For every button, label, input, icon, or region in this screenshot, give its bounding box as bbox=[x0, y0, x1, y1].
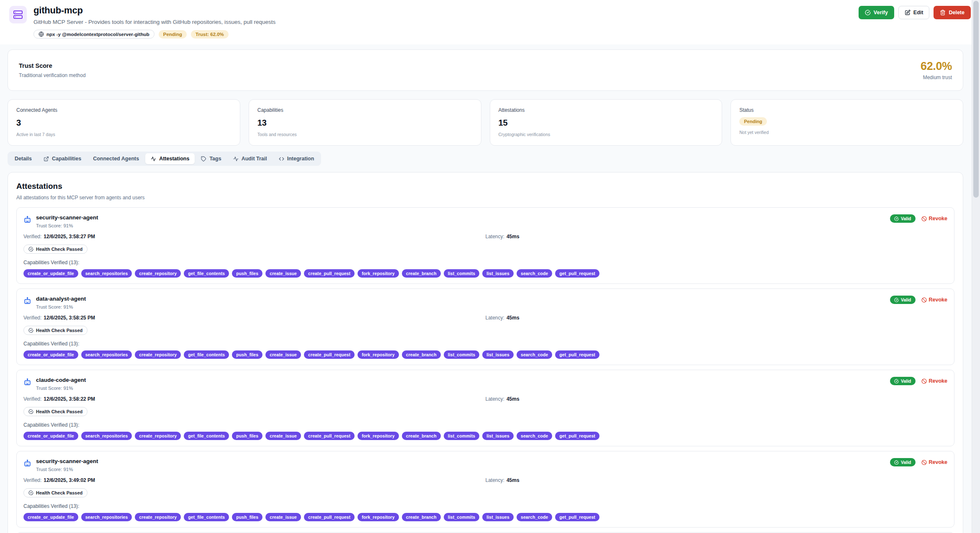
valid-label: Valid bbox=[901, 379, 911, 384]
ban-icon bbox=[921, 379, 927, 384]
capability-pill: create_issue bbox=[265, 269, 301, 278]
stat-value: 15 bbox=[499, 118, 714, 128]
stat-sub: Tools and resources bbox=[257, 132, 473, 137]
capability-pill: create_repository bbox=[135, 350, 181, 359]
delete-button[interactable]: Delete bbox=[934, 6, 971, 19]
edit-label: Edit bbox=[913, 10, 923, 15]
latency-label: Latency: bbox=[486, 396, 504, 402]
page-header: github-mcp GitHub MCP Server - Provides … bbox=[0, 0, 980, 44]
latency-label: Latency: bbox=[486, 234, 504, 239]
capability-pill: create_repository bbox=[135, 269, 181, 278]
verified-timestamp: 12/6/2025, 3:58:27 PM bbox=[44, 234, 95, 239]
tab-label: Audit Trail bbox=[242, 156, 267, 162]
revoke-button[interactable]: Revoke bbox=[921, 297, 947, 303]
capability-pill: search_repositories bbox=[81, 269, 132, 278]
revoke-button[interactable]: Revoke bbox=[921, 378, 947, 384]
health-check-label: Health Check Passed bbox=[36, 409, 82, 414]
agent-name: security-scanner-agent bbox=[36, 214, 98, 221]
capability-pill: create_or_update_file bbox=[23, 513, 78, 521]
health-check-badge: Health Check Passed bbox=[23, 488, 87, 497]
globe-icon bbox=[39, 31, 44, 37]
capability-pills: create_or_update_filesearch_repositories… bbox=[23, 513, 947, 521]
latency-label: Latency: bbox=[486, 477, 504, 483]
trust-badge: Trust: 62.0% bbox=[191, 30, 229, 39]
capability-pill: get_pull_request bbox=[555, 432, 599, 440]
tab-capabilities[interactable]: Capabilities bbox=[38, 153, 87, 164]
agent-name: data-analyst-agent bbox=[36, 296, 86, 302]
capability-pill: push_files bbox=[232, 269, 262, 278]
tab-integration[interactable]: Integration bbox=[273, 153, 320, 164]
capability-pill: search_repositories bbox=[81, 432, 132, 440]
stat-label: Capabilities bbox=[257, 107, 473, 113]
stat-sub: Cryptographic verifications bbox=[499, 132, 714, 137]
latency-value: 45ms bbox=[507, 477, 520, 483]
capability-pill: get_pull_request bbox=[555, 269, 599, 278]
verified-label: Verified: bbox=[23, 396, 41, 402]
capability-pill: create_issue bbox=[265, 513, 301, 521]
capability-pill: get_file_contents bbox=[184, 269, 229, 278]
verified-label: Verified: bbox=[23, 315, 41, 321]
agent-trust-score: Trust Score: 91% bbox=[36, 386, 86, 391]
code-icon bbox=[279, 156, 284, 162]
main-content: Trust Score Traditional verification met… bbox=[0, 44, 980, 533]
capability-pills: create_or_update_filesearch_repositories… bbox=[23, 269, 947, 278]
page-description: GitHub MCP Server - Provides tools for i… bbox=[33, 19, 852, 25]
command-badge: npx -y @modelcontextprotocol/server-gith… bbox=[33, 30, 154, 39]
agent-name: claude-code-agent bbox=[36, 377, 86, 383]
health-check-label: Health Check Passed bbox=[36, 247, 82, 252]
verify-button[interactable]: Verify bbox=[859, 6, 894, 19]
edit-button[interactable]: Edit bbox=[898, 6, 930, 19]
capability-pill: fork_repository bbox=[358, 513, 399, 521]
capability-pill: list_commits bbox=[444, 269, 479, 278]
agent-trust-score: Trust Score: 91% bbox=[36, 304, 86, 309]
tab-label: Details bbox=[15, 156, 32, 162]
capabilities-verified-label: Capabilities Verified (13): bbox=[23, 422, 947, 428]
edit-icon bbox=[905, 10, 911, 15]
activity-icon bbox=[151, 156, 156, 162]
tab-connected-agents[interactable]: Connected Agents bbox=[87, 153, 144, 164]
stat-card-attestations: Attestations 15 Cryptographic verificati… bbox=[490, 99, 723, 146]
capability-pills: create_or_update_filesearch_repositories… bbox=[23, 432, 947, 440]
tab-audit-trail[interactable]: Audit Trail bbox=[228, 153, 273, 164]
tab-tags[interactable]: Tags bbox=[195, 153, 226, 164]
capability-pill: create_branch bbox=[402, 513, 441, 521]
revoke-button[interactable]: Revoke bbox=[921, 216, 947, 221]
check-circle-icon bbox=[28, 247, 33, 252]
tab-label: Connected Agents bbox=[93, 156, 139, 162]
tab-details[interactable]: Details bbox=[9, 153, 37, 164]
ban-icon bbox=[921, 216, 927, 221]
valid-label: Valid bbox=[901, 460, 911, 465]
capability-pill: list_issues bbox=[482, 432, 514, 440]
check-circle-icon bbox=[865, 10, 871, 15]
robot-icon bbox=[23, 297, 31, 305]
scrollbar-thumb[interactable] bbox=[973, 1, 979, 198]
valid-label: Valid bbox=[901, 216, 911, 221]
tab-label: Capabilities bbox=[52, 156, 81, 162]
external-link-icon bbox=[44, 156, 49, 162]
attestation-card: data-analyst-agent Trust Score: 91% Vali… bbox=[16, 288, 954, 365]
revoke-label: Revoke bbox=[929, 459, 947, 465]
delete-label: Delete bbox=[949, 10, 965, 15]
tab-attestations[interactable]: Attestations bbox=[145, 153, 195, 164]
latency-value: 45ms bbox=[507, 234, 520, 239]
capability-pill: create_pull_request bbox=[304, 269, 355, 278]
attestations-subtitle: All attestations for this MCP server fro… bbox=[16, 195, 954, 201]
revoke-button[interactable]: Revoke bbox=[921, 459, 947, 465]
capability-pill: get_pull_request bbox=[555, 513, 599, 521]
latency-value: 45ms bbox=[507, 396, 520, 402]
valid-badge: Valid bbox=[890, 458, 916, 466]
revoke-label: Revoke bbox=[929, 216, 947, 221]
trust-score-subtitle: Traditional verification method bbox=[19, 72, 86, 78]
capability-pill: search_repositories bbox=[81, 513, 132, 521]
latency-value: 45ms bbox=[507, 315, 520, 321]
stat-value: 13 bbox=[257, 118, 473, 128]
scrollbar[interactable] bbox=[972, 0, 980, 533]
health-check-label: Health Check Passed bbox=[36, 328, 82, 333]
health-check-badge: Health Check Passed bbox=[23, 407, 87, 416]
capability-pill: create_issue bbox=[265, 432, 301, 440]
stat-card-connected-agents: Connected Agents 3 Active in last 7 days bbox=[8, 99, 240, 146]
badge-row: npx -y @modelcontextprotocol/server-gith… bbox=[33, 30, 852, 39]
tab-label: Attestations bbox=[159, 156, 189, 162]
stat-label: Attestations bbox=[499, 107, 714, 113]
status-pending-badge: Pending bbox=[739, 117, 767, 126]
